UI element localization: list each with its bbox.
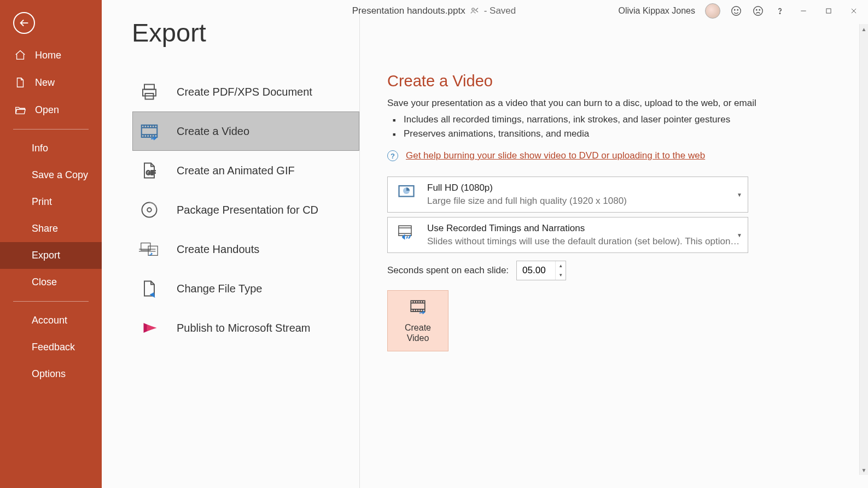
sidebar-account[interactable]: Account: [0, 307, 102, 334]
scroll-up-button[interactable]: [860, 24, 868, 34]
backstage-sidebar: Home New Open Info Save a Copy Print Sha…: [0, 0, 102, 488]
minimize-button[interactable]: [796, 3, 811, 19]
sidebar-item-label: Open: [35, 104, 59, 116]
export-option-label: Publish to Microsoft Stream: [177, 322, 311, 334]
svg-rect-13: [144, 85, 154, 90]
sidebar-item-label: Export: [32, 250, 60, 261]
svg-rect-40: [399, 226, 411, 236]
cd-icon: [138, 199, 160, 221]
gif-icon: GIF: [138, 160, 160, 181]
monitor-icon: [395, 183, 417, 202]
export-option-video[interactable]: Create a Video: [132, 111, 359, 151]
sidebar-close[interactable]: Close: [0, 269, 102, 296]
sidebar-info[interactable]: Info: [0, 135, 102, 162]
detail-title: Create a Video: [387, 72, 841, 90]
svg-point-4: [754, 7, 763, 16]
export-option-filetype[interactable]: Change File Type: [132, 269, 359, 308]
sidebar-feedback[interactable]: Feedback: [0, 334, 102, 361]
export-option-label: Change File Type: [177, 283, 262, 295]
face-frown-icon[interactable]: [752, 5, 764, 17]
export-option-stream[interactable]: Publish to Microsoft Stream: [132, 308, 359, 348]
svg-point-5: [756, 9, 757, 10]
export-option-label: Package Presentation for CD: [177, 204, 318, 216]
sidebar-share[interactable]: Share: [0, 215, 102, 242]
sidebar-item-label: Home: [35, 50, 61, 61]
svg-point-1: [732, 7, 741, 16]
svg-point-6: [759, 9, 760, 10]
sidebar-print[interactable]: Print: [0, 189, 102, 215]
help-link[interactable]: Get help burning your slide show video t…: [406, 150, 705, 161]
filmstrip-sound-icon: [395, 223, 417, 243]
sidebar-open[interactable]: Open: [0, 96, 102, 124]
document-title: Presentation handouts.pptx: [352, 5, 465, 16]
printer-icon: [138, 81, 160, 103]
export-option-label: Create Handouts: [177, 243, 259, 256]
seconds-label: Seconds spent on each slide:: [387, 265, 509, 276]
filmstrip-icon: [138, 120, 160, 142]
spinner-down-button[interactable]: ▼: [556, 271, 566, 280]
avatar[interactable]: [705, 3, 720, 19]
stream-icon: [138, 317, 160, 339]
sidebar-item-label: Close: [32, 277, 57, 288]
svg-point-3: [737, 9, 738, 10]
chevron-down-icon: ▼: [737, 232, 742, 238]
seconds-input[interactable]: [517, 261, 555, 280]
svg-point-7: [779, 13, 780, 14]
account-name[interactable]: Olivia Kippax Jones: [618, 6, 695, 16]
sidebar-home[interactable]: Home: [0, 42, 102, 69]
change-filetype-icon: [138, 278, 160, 299]
handouts-icon: [138, 238, 160, 260]
folder-open-icon: [14, 104, 26, 116]
chevron-down-icon: ▼: [737, 192, 742, 198]
export-option-pdf[interactable]: Create PDF/XPS Document: [132, 72, 359, 111]
sidebar-item-label: New: [35, 77, 55, 89]
export-option-label: Create a Video: [177, 125, 249, 138]
sidebar-export[interactable]: Export: [0, 242, 102, 269]
sidebar-item-label: Share: [32, 223, 58, 234]
sidebar-save-copy[interactable]: Save a Copy: [0, 162, 102, 189]
sidebar-item-label: Info: [32, 143, 48, 154]
face-smile-icon[interactable]: [730, 5, 742, 17]
save-status: - Saved: [484, 5, 516, 16]
sidebar-options[interactable]: Options: [0, 361, 102, 387]
timings-dropdown[interactable]: Use Recorded Timings and Narrations Slid…: [387, 217, 748, 253]
detail-description: Save your presentation as a video that y…: [387, 98, 841, 109]
svg-point-31: [147, 208, 152, 212]
dropdown-sub: Large file size and full high quality (1…: [427, 196, 740, 207]
spinner-up-button[interactable]: ▲: [556, 261, 566, 271]
document-icon: [14, 77, 26, 89]
create-video-label: Create Video: [405, 322, 431, 343]
export-option-gif[interactable]: GIF Create an Animated GIF: [132, 151, 359, 190]
help-icon[interactable]: [774, 5, 786, 17]
seconds-row: Seconds spent on each slide: ▲ ▼: [387, 261, 841, 280]
dropdown-value: Full HD (1080p): [427, 183, 740, 193]
help-row: ? Get help burning your slide show video…: [387, 150, 841, 161]
export-option-list: Create PDF/XPS Document Create a Video G…: [102, 7, 360, 488]
sidebar-new[interactable]: New: [0, 69, 102, 96]
svg-point-2: [735, 9, 735, 10]
export-option-cd[interactable]: Package Presentation for CD: [132, 190, 359, 230]
create-video-button[interactable]: Create Video: [387, 290, 448, 351]
bullet-item: Preserves animations, transitions, and m…: [404, 128, 841, 139]
video-quality-dropdown[interactable]: Full HD (1080p) Large file size and full…: [387, 177, 748, 213]
export-detail-pane: Create a Video Save your presentation as…: [360, 7, 868, 488]
titlebar: Presentation handouts.pptx - Saved Olivi…: [0, 0, 868, 24]
dropdown-value: Use Recorded Timings and Narrations: [427, 223, 740, 234]
export-option-handouts[interactable]: Create Handouts: [132, 230, 359, 269]
filmstrip-arrow-icon: [407, 298, 429, 319]
seconds-spinner[interactable]: ▲ ▼: [516, 261, 566, 280]
close-button[interactable]: [846, 3, 861, 19]
divider: [13, 129, 89, 130]
svg-text:GIF: GIF: [146, 169, 156, 176]
svg-marker-43: [402, 234, 405, 240]
detail-bullets: Includes all recorded timings, narration…: [387, 114, 841, 139]
svg-marker-37: [147, 325, 157, 331]
maximize-button[interactable]: [821, 3, 836, 19]
scroll-down-button[interactable]: [860, 465, 868, 475]
question-circle-icon: ?: [387, 150, 398, 161]
scrollbar[interactable]: [859, 24, 868, 475]
dropdown-sub: Slides without timings will use the defa…: [427, 236, 740, 247]
export-option-label: Create an Animated GIF: [177, 164, 295, 177]
sidebar-item-label: Save a Copy: [32, 169, 88, 181]
sharing-icon: [470, 6, 480, 16]
